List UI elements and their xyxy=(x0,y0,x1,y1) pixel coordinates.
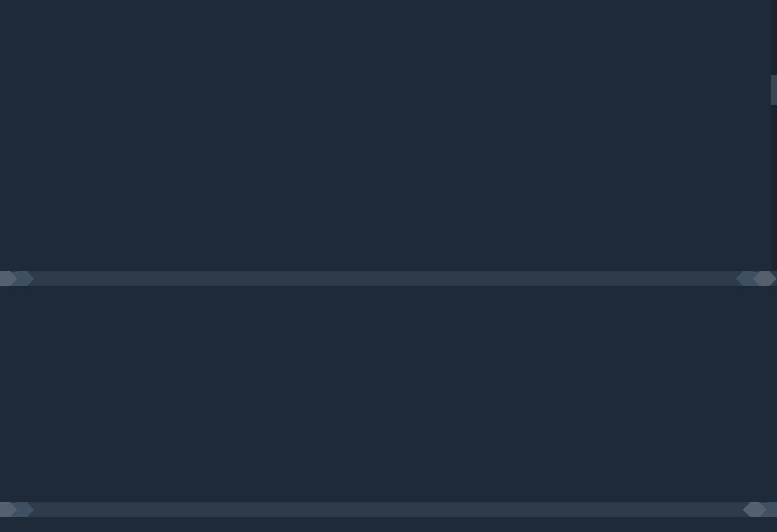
emacs-frame xyxy=(0,0,777,532)
major-minor-modes xyxy=(34,271,736,286)
buffer-name[interactable] xyxy=(17,502,27,517)
separator xyxy=(753,272,760,286)
buffer-position xyxy=(767,502,777,517)
separator xyxy=(10,503,17,517)
vc-branch xyxy=(743,271,753,286)
line-col xyxy=(760,271,770,286)
modeline-top[interactable] xyxy=(0,271,777,286)
scroll-thumb[interactable] xyxy=(771,75,777,105)
line-col xyxy=(750,502,760,517)
scrollbar[interactable] xyxy=(771,0,777,271)
separator xyxy=(743,503,750,517)
buffer-name[interactable] xyxy=(17,271,27,286)
separator xyxy=(27,272,34,286)
minibuffer[interactable] xyxy=(0,517,777,532)
separator xyxy=(760,503,767,517)
major-minor-modes xyxy=(34,502,743,517)
modeline-status xyxy=(0,502,10,517)
modeline-bottom[interactable] xyxy=(0,502,777,517)
separator xyxy=(770,272,777,286)
modeline-status xyxy=(0,271,10,286)
source-buffer[interactable] xyxy=(0,0,777,271)
repl-buffer[interactable] xyxy=(0,286,777,502)
separator xyxy=(736,272,743,286)
separator xyxy=(10,272,17,286)
separator xyxy=(27,503,34,517)
